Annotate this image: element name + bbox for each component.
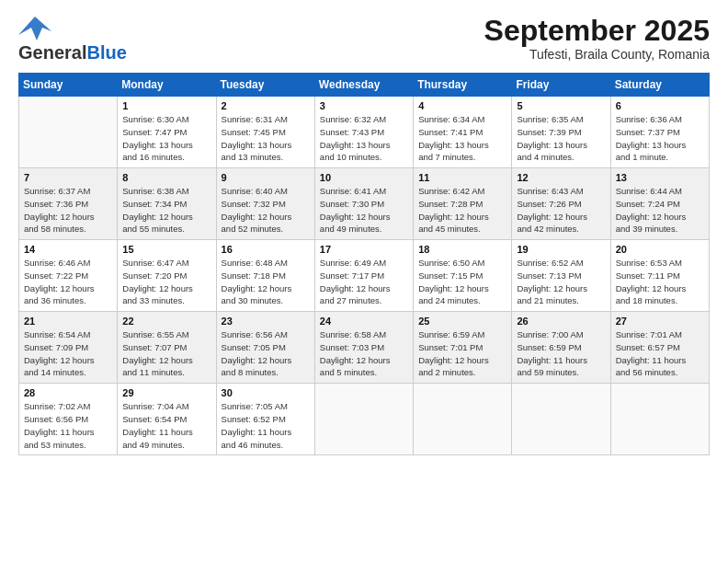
day-number: 1 xyxy=(122,100,210,111)
day-number: 21 xyxy=(24,316,112,327)
page-header: General Blue September 2025 Tufesti, Bra… xyxy=(18,15,710,63)
calendar-cell: 15Sunrise: 6:47 AMSunset: 7:20 PMDayligh… xyxy=(118,240,216,312)
day-number: 3 xyxy=(320,100,408,111)
day-number: 26 xyxy=(517,316,605,327)
day-info: Sunrise: 6:52 AMSunset: 7:13 PMDaylight:… xyxy=(517,257,605,307)
calendar-week-row: 1Sunrise: 6:30 AMSunset: 7:47 PMDaylight… xyxy=(19,97,710,168)
calendar-cell: 13Sunrise: 6:44 AMSunset: 7:24 PMDayligh… xyxy=(610,168,709,240)
day-info: Sunrise: 6:54 AMSunset: 7:09 PMDaylight:… xyxy=(24,328,112,379)
day-info: Sunrise: 6:50 AMSunset: 7:15 PMDaylight:… xyxy=(418,257,506,307)
logo: General Blue xyxy=(18,15,127,63)
day-info: Sunrise: 6:46 AMSunset: 7:22 PMDaylight:… xyxy=(24,257,112,307)
calendar-week-row: 7Sunrise: 6:37 AMSunset: 7:36 PMDaylight… xyxy=(19,168,710,240)
day-number: 7 xyxy=(24,172,112,183)
calendar-week-row: 14Sunrise: 6:46 AMSunset: 7:22 PMDayligh… xyxy=(19,240,710,312)
day-number: 8 xyxy=(122,172,210,183)
calendar-cell: 17Sunrise: 6:49 AMSunset: 7:17 PMDayligh… xyxy=(314,240,413,312)
col-friday: Friday xyxy=(512,74,610,97)
calendar-cell xyxy=(610,384,709,455)
calendar-cell xyxy=(414,384,512,455)
day-info: Sunrise: 7:05 AMSunset: 6:52 PMDaylight:… xyxy=(222,400,310,451)
day-info: Sunrise: 6:38 AMSunset: 7:34 PMDaylight:… xyxy=(122,185,210,236)
col-thursday: Thursday xyxy=(414,74,512,97)
day-info: Sunrise: 7:02 AMSunset: 6:56 PMDaylight:… xyxy=(24,400,112,451)
day-info: Sunrise: 7:04 AMSunset: 6:54 PMDaylight:… xyxy=(122,400,210,451)
day-number: 24 xyxy=(320,316,408,327)
col-monday: Monday xyxy=(118,74,216,97)
day-number: 22 xyxy=(122,316,210,327)
day-number: 5 xyxy=(517,100,605,111)
day-number: 16 xyxy=(222,244,310,255)
calendar-cell: 7Sunrise: 6:37 AMSunset: 7:36 PMDaylight… xyxy=(19,168,118,240)
calendar-cell xyxy=(314,384,413,455)
day-info: Sunrise: 6:53 AMSunset: 7:11 PMDaylight:… xyxy=(616,257,704,307)
calendar-cell: 4Sunrise: 6:34 AMSunset: 7:41 PMDaylight… xyxy=(414,97,512,168)
day-info: Sunrise: 6:59 AMSunset: 7:01 PMDaylight:… xyxy=(418,328,506,379)
calendar-week-row: 21Sunrise: 6:54 AMSunset: 7:09 PMDayligh… xyxy=(19,312,710,384)
day-number: 4 xyxy=(418,100,506,111)
day-number: 11 xyxy=(418,172,506,183)
calendar-cell: 12Sunrise: 6:43 AMSunset: 7:26 PMDayligh… xyxy=(512,168,610,240)
calendar-cell: 1Sunrise: 6:30 AMSunset: 7:47 PMDaylight… xyxy=(118,97,216,168)
calendar-cell: 20Sunrise: 6:53 AMSunset: 7:11 PMDayligh… xyxy=(610,240,709,312)
day-info: Sunrise: 6:42 AMSunset: 7:28 PMDaylight:… xyxy=(418,185,506,236)
day-number: 20 xyxy=(616,244,704,255)
month-title: September 2025 xyxy=(484,15,710,47)
day-number: 9 xyxy=(222,172,310,183)
calendar-cell: 25Sunrise: 6:59 AMSunset: 7:01 PMDayligh… xyxy=(414,312,512,384)
day-info: Sunrise: 6:56 AMSunset: 7:05 PMDaylight:… xyxy=(222,328,310,379)
calendar-cell: 21Sunrise: 6:54 AMSunset: 7:09 PMDayligh… xyxy=(19,312,118,384)
calendar-cell: 18Sunrise: 6:50 AMSunset: 7:15 PMDayligh… xyxy=(414,240,512,312)
day-info: Sunrise: 7:00 AMSunset: 6:59 PMDaylight:… xyxy=(517,328,605,379)
col-saturday: Saturday xyxy=(610,74,709,97)
logo-bird-icon xyxy=(18,15,51,42)
calendar-cell: 2Sunrise: 6:31 AMSunset: 7:45 PMDaylight… xyxy=(216,97,314,168)
calendar-cell: 16Sunrise: 6:48 AMSunset: 7:18 PMDayligh… xyxy=(216,240,314,312)
col-sunday: Sunday xyxy=(19,74,118,97)
day-number: 19 xyxy=(517,244,605,255)
col-tuesday: Tuesday xyxy=(216,74,314,97)
col-wednesday: Wednesday xyxy=(314,74,413,97)
day-number: 29 xyxy=(122,387,210,398)
day-info: Sunrise: 6:36 AMSunset: 7:37 PMDaylight:… xyxy=(616,113,704,164)
day-number: 23 xyxy=(222,316,310,327)
day-info: Sunrise: 6:47 AMSunset: 7:20 PMDaylight:… xyxy=(122,257,210,307)
day-info: Sunrise: 6:48 AMSunset: 7:18 PMDaylight:… xyxy=(222,257,310,307)
day-number: 30 xyxy=(222,387,310,398)
day-number: 25 xyxy=(418,316,506,327)
calendar-cell: 10Sunrise: 6:41 AMSunset: 7:30 PMDayligh… xyxy=(314,168,413,240)
day-number: 17 xyxy=(320,244,408,255)
svg-marker-0 xyxy=(18,17,51,40)
calendar-cell xyxy=(19,97,118,168)
logo-blue: Blue xyxy=(86,42,126,63)
day-info: Sunrise: 6:44 AMSunset: 7:24 PMDaylight:… xyxy=(616,185,704,236)
title-block: September 2025 Tufesti, Braila County, R… xyxy=(484,15,710,62)
header-row: Sunday Monday Tuesday Wednesday Thursday… xyxy=(19,74,710,97)
day-number: 2 xyxy=(222,100,310,111)
day-info: Sunrise: 6:30 AMSunset: 7:47 PMDaylight:… xyxy=(122,113,210,164)
day-number: 12 xyxy=(517,172,605,183)
day-info: Sunrise: 6:35 AMSunset: 7:39 PMDaylight:… xyxy=(517,113,605,164)
calendar-cell: 23Sunrise: 6:56 AMSunset: 7:05 PMDayligh… xyxy=(216,312,314,384)
calendar-cell xyxy=(512,384,610,455)
day-info: Sunrise: 7:01 AMSunset: 6:57 PMDaylight:… xyxy=(616,328,704,379)
day-info: Sunrise: 6:43 AMSunset: 7:26 PMDaylight:… xyxy=(517,185,605,236)
day-number: 13 xyxy=(616,172,704,183)
day-info: Sunrise: 6:40 AMSunset: 7:32 PMDaylight:… xyxy=(222,185,310,236)
day-number: 28 xyxy=(24,387,112,398)
calendar-cell: 29Sunrise: 7:04 AMSunset: 6:54 PMDayligh… xyxy=(118,384,216,455)
calendar-week-row: 28Sunrise: 7:02 AMSunset: 6:56 PMDayligh… xyxy=(19,384,710,455)
day-info: Sunrise: 6:49 AMSunset: 7:17 PMDaylight:… xyxy=(320,257,408,307)
calendar-cell: 28Sunrise: 7:02 AMSunset: 6:56 PMDayligh… xyxy=(19,384,118,455)
calendar-cell: 19Sunrise: 6:52 AMSunset: 7:13 PMDayligh… xyxy=(512,240,610,312)
calendar-cell: 26Sunrise: 7:00 AMSunset: 6:59 PMDayligh… xyxy=(512,312,610,384)
day-info: Sunrise: 6:32 AMSunset: 7:43 PMDaylight:… xyxy=(320,113,408,164)
location-subtitle: Tufesti, Braila County, Romania xyxy=(484,47,710,62)
day-info: Sunrise: 6:58 AMSunset: 7:03 PMDaylight:… xyxy=(320,328,408,379)
calendar-cell: 9Sunrise: 6:40 AMSunset: 7:32 PMDaylight… xyxy=(216,168,314,240)
day-number: 15 xyxy=(122,244,210,255)
calendar-cell: 3Sunrise: 6:32 AMSunset: 7:43 PMDaylight… xyxy=(314,97,413,168)
calendar-cell: 8Sunrise: 6:38 AMSunset: 7:34 PMDaylight… xyxy=(118,168,216,240)
day-number: 6 xyxy=(616,100,704,111)
day-info: Sunrise: 6:34 AMSunset: 7:41 PMDaylight:… xyxy=(418,113,506,164)
